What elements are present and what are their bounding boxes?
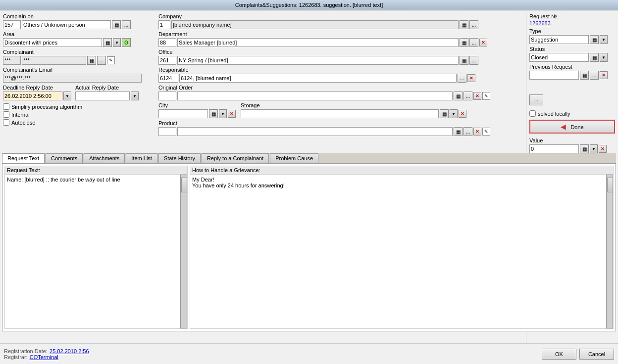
type-dropdown-btn[interactable]: ▼	[600, 35, 608, 44]
department-name[interactable]	[177, 38, 459, 47]
prev-request-close-btn[interactable]: ✕	[600, 71, 608, 79]
product-edit-btn[interactable]: ✎	[482, 128, 490, 136]
complain-on-id[interactable]	[3, 20, 21, 29]
area-o-btn[interactable]: O	[122, 38, 131, 47]
company-name[interactable]	[171, 20, 459, 29]
simplify-checkbox[interactable]	[3, 103, 9, 110]
city-storage-group: City ▦ ▼ ✕ Storage ▦ ▼ ✕	[158, 102, 524, 118]
product-id[interactable]	[158, 127, 176, 136]
office-group: Office ▦ ...	[158, 49, 524, 65]
office-id[interactable]	[158, 56, 176, 65]
complain-on-grid-btn[interactable]: ▦	[112, 20, 121, 29]
email-input[interactable]	[3, 74, 142, 83]
registrar-label: Registrar:	[4, 354, 28, 360]
request-text-textarea[interactable]: Name: [blurred] :: the courier be way ou…	[5, 175, 180, 328]
tab-item-list[interactable]: Item List	[126, 153, 157, 163]
autoclose-checkbox[interactable]	[3, 119, 9, 126]
storage-input[interactable]	[241, 109, 439, 118]
value-close-btn[interactable]: ✕	[599, 145, 607, 153]
responsible-name[interactable]	[179, 74, 457, 83]
city-grid-btn[interactable]: ▦	[209, 109, 218, 118]
tab-attachments[interactable]: Attachments	[84, 153, 125, 163]
solved-locally-checkbox[interactable]	[529, 110, 536, 117]
product-ellipsis-btn[interactable]: ...	[464, 127, 472, 136]
ok-button[interactable]: OK	[542, 349, 576, 360]
internal-checkbox[interactable]	[3, 111, 9, 118]
status-input[interactable]	[529, 53, 589, 62]
company-ellipsis-btn[interactable]: ...	[469, 20, 478, 29]
original-order-id[interactable]	[158, 91, 176, 100]
office-name[interactable]	[177, 56, 459, 65]
tab-problem-cause[interactable]: Problem Cause	[270, 153, 318, 163]
company-id[interactable]	[158, 20, 170, 29]
prev-request-label: Previous Request	[529, 64, 615, 70]
value-input[interactable]	[529, 144, 579, 153]
complainant-edit-btn[interactable]: ✎	[107, 56, 115, 64]
status-dropdown-btn[interactable]: ▼	[600, 53, 608, 62]
original-order-grid-btn[interactable]: ▦	[454, 91, 463, 100]
tab-comments[interactable]: Comments	[46, 153, 83, 163]
type-input[interactable]	[529, 35, 589, 44]
area-value[interactable]	[3, 38, 102, 47]
office-grid-btn[interactable]: ▦	[460, 56, 468, 65]
original-order-value[interactable]	[177, 91, 453, 100]
office-ellipsis-btn[interactable]: ...	[469, 56, 478, 65]
prev-request-ellipsis-btn[interactable]: ...	[590, 71, 599, 80]
tab-state-history[interactable]: State History	[158, 153, 201, 163]
complain-on-ellipsis-btn[interactable]: ...	[122, 20, 131, 29]
storage-close-btn[interactable]: ✕	[459, 110, 466, 118]
department-grid-btn[interactable]: ▦	[460, 38, 468, 47]
tab-request-text[interactable]: Request Text	[2, 153, 45, 163]
department-id[interactable]	[158, 38, 176, 47]
deadline-input[interactable]	[3, 91, 62, 100]
type-grid-btn[interactable]: ▦	[590, 35, 599, 44]
simplify-label: Simplify processing algorithm	[11, 104, 82, 110]
company-grid-btn[interactable]: ▦	[460, 20, 468, 29]
storage-dropdown-btn[interactable]: ▼	[450, 109, 458, 118]
city-label: City	[158, 102, 236, 108]
department-close-btn[interactable]: ✕	[479, 39, 487, 46]
product-grid-btn[interactable]: ▦	[454, 127, 463, 136]
request-text-scrollbar[interactable]	[180, 175, 187, 328]
responsible-ellipsis-btn[interactable]: ...	[458, 74, 466, 83]
city-dropdown-btn[interactable]: ▼	[219, 109, 227, 118]
done-section: ◀ Done	[529, 120, 615, 134]
product-value[interactable]	[177, 127, 453, 136]
actual-reply-dropdown-btn[interactable]: ▼	[131, 91, 139, 100]
responsible-id[interactable]	[158, 74, 178, 83]
original-order-edit-btn[interactable]: ✎	[482, 92, 490, 100]
area-grid-btn[interactable]: ▦	[103, 38, 112, 47]
complainant-id[interactable]	[3, 56, 21, 65]
prev-request-group: Previous Request ▦ ... ✕	[529, 64, 615, 80]
forward-arrow-btn[interactable]: →	[529, 94, 543, 105]
grievance-textarea[interactable]: My Dear! You have only 24 hours for answ…	[190, 175, 606, 328]
prev-request-input[interactable]	[529, 71, 579, 80]
done-button[interactable]: ◀ Done	[529, 120, 615, 134]
deadline-dropdown-btn[interactable]: ▼	[63, 91, 71, 100]
city-close-btn[interactable]: ✕	[228, 110, 236, 118]
email-label: Complainant's Email	[3, 67, 156, 73]
original-order-group: Original Order ▦ ... ✕ ✎	[158, 85, 524, 100]
storage-grid-btn[interactable]: ▦	[440, 109, 449, 118]
responsible-close-btn[interactable]: ✕	[467, 74, 475, 82]
product-close-btn[interactable]: ✕	[473, 128, 481, 136]
original-order-ellipsis-btn[interactable]: ...	[464, 91, 472, 100]
complainant-grid-btn[interactable]: ▦	[87, 56, 96, 65]
department-ellipsis-btn[interactable]: ...	[469, 38, 478, 47]
complain-on-value[interactable]	[22, 20, 111, 29]
complain-on-group: Complain on ▦ ...	[3, 13, 156, 29]
request-no-link[interactable]: 1262683	[529, 20, 551, 26]
value-grid-btn[interactable]: ▦	[580, 144, 589, 153]
original-order-close-btn[interactable]: ✕	[473, 92, 481, 100]
area-dropdown-btn[interactable]: ▼	[113, 38, 121, 47]
status-grid-btn[interactable]: ▦	[590, 53, 599, 62]
actual-reply-input[interactable]	[75, 91, 130, 100]
complainant-name[interactable]	[22, 56, 86, 65]
cancel-button[interactable]: Cancel	[579, 349, 614, 360]
value-dropdown-btn[interactable]: ▼	[590, 144, 598, 153]
tab-reply-complainant[interactable]: Reply to a Complainant	[202, 153, 269, 163]
grievance-scrollbar[interactable]	[606, 175, 613, 328]
complainant-ellipsis-btn[interactable]: ...	[97, 56, 106, 65]
prev-request-grid-btn[interactable]: ▦	[580, 71, 589, 80]
city-input[interactable]	[158, 109, 208, 118]
